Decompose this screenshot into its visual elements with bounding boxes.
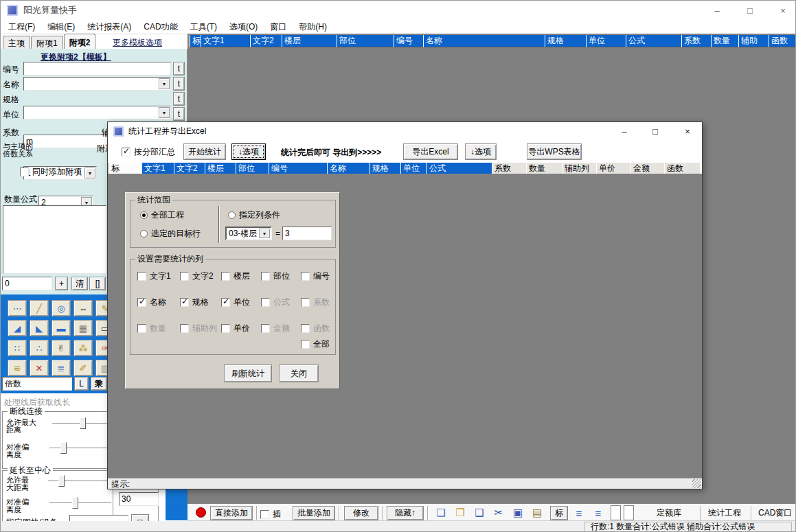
menu-item[interactable]: 工具(T) bbox=[184, 21, 223, 33]
code-t-button[interactable]: t bbox=[173, 62, 185, 76]
dialog-maximize-button[interactable]: □ bbox=[644, 122, 667, 140]
condition-column-combobox[interactable]: 03-楼层▼ bbox=[225, 227, 272, 240]
slider-thumb[interactable] bbox=[60, 442, 67, 454]
menu-item[interactable]: 统计报表(A) bbox=[81, 21, 137, 33]
extend-align-offset-slider[interactable] bbox=[49, 497, 111, 509]
biao-button[interactable]: 标 bbox=[550, 506, 568, 520]
menu-item[interactable]: 工程(F) bbox=[2, 21, 41, 33]
align-offset-slider[interactable] bbox=[49, 442, 111, 454]
insert-checkbox[interactable]: 插 bbox=[260, 509, 281, 520]
left-tab[interactable]: 附项1 bbox=[31, 36, 63, 49]
check-col-text1[interactable]: 文字1 bbox=[137, 270, 180, 282]
modify-button[interactable]: 修改 bbox=[344, 506, 378, 520]
empty-slot-button[interactable] bbox=[624, 505, 634, 520]
quantity-formula-textarea[interactable] bbox=[3, 205, 106, 274]
max-distance-slider[interactable] bbox=[52, 417, 111, 430]
check-col-formula[interactable]: 公式 bbox=[261, 297, 301, 308]
rect-measure-icon[interactable]: ▦ bbox=[73, 320, 93, 336]
extend-distance-input[interactable]: 30 bbox=[119, 492, 159, 506]
formula-counter-input[interactable]: 0 bbox=[2, 277, 52, 290]
record-icon[interactable] bbox=[196, 507, 206, 518]
extend-max-distance-slider[interactable] bbox=[48, 475, 110, 487]
copy-icon[interactable]: ▣ bbox=[510, 506, 525, 520]
count-dots-icon[interactable]: ∷ bbox=[8, 340, 27, 356]
scope-all-radio[interactable]: 全部工程 bbox=[140, 209, 184, 221]
formula-bracket-button[interactable]: [] bbox=[89, 277, 106, 290]
empty-slot-button[interactable] bbox=[611, 505, 621, 520]
chevron-down-icon[interactable]: ▼ bbox=[259, 229, 270, 238]
multiplier-l-button[interactable]: L bbox=[74, 377, 89, 391]
add-attachment-checkbox[interactable]: 同时添加附项 bbox=[20, 166, 82, 178]
spec-t-button[interactable]: t bbox=[173, 92, 185, 106]
menu-item[interactable]: CAD功能 bbox=[137, 21, 183, 33]
hide-button[interactable]: 隐藏↑ bbox=[387, 506, 424, 520]
code-input[interactable] bbox=[23, 62, 171, 76]
list-indent-icon[interactable]: ≡ bbox=[590, 506, 606, 520]
chevron-down-icon[interactable]: ▼ bbox=[84, 167, 95, 178]
slider-thumb[interactable] bbox=[80, 417, 86, 429]
options-button-2[interactable]: ↓选项 bbox=[465, 143, 497, 160]
batch-add-button[interactable]: 批量添加 bbox=[293, 506, 335, 520]
close-button[interactable]: × bbox=[771, 1, 795, 20]
check-all-checkbox[interactable]: 全部 bbox=[301, 338, 330, 350]
area-measure-alt-icon[interactable]: ◣ bbox=[30, 320, 49, 336]
formula-clear-button[interactable]: 清 bbox=[71, 277, 88, 290]
check-col-price[interactable]: 单价 bbox=[221, 323, 261, 334]
options-button-1[interactable]: ↓选项 bbox=[231, 143, 266, 160]
name-combobox[interactable]: ▼ bbox=[23, 77, 171, 91]
quota-lib-button[interactable]: 定额库 bbox=[657, 507, 681, 519]
menu-item[interactable]: 编辑(E) bbox=[41, 21, 81, 33]
list-icon[interactable]: ≡ bbox=[571, 506, 587, 520]
stat-project-button[interactable]: 统计工程 bbox=[708, 507, 741, 519]
measure-dashed-line-icon[interactable]: ⋯ bbox=[8, 300, 27, 316]
cad-window-button[interactable]: CAD窗口 bbox=[758, 507, 792, 519]
spec-combobox[interactable]: ▼ bbox=[23, 106, 171, 119]
resize-grip[interactable] bbox=[692, 479, 701, 488]
menu-item[interactable]: 选项(O) bbox=[223, 21, 264, 33]
count-zoom-icon[interactable]: ∴ bbox=[30, 340, 49, 356]
chevron-down-icon[interactable]: ▼ bbox=[159, 107, 170, 118]
name-t-button[interactable]: t bbox=[173, 77, 185, 91]
summary-checkbox[interactable]: 按分部汇总 bbox=[122, 146, 175, 158]
open-folder-icon[interactable]: ❐ bbox=[453, 506, 468, 520]
check-col-part[interactable]: 部位 bbox=[261, 270, 301, 282]
scope-selected-rows-radio[interactable]: 选定的目标行 bbox=[140, 228, 201, 240]
check-col-unit[interactable]: 单位 bbox=[221, 297, 261, 308]
layers-icon[interactable]: ≣ bbox=[52, 360, 71, 376]
area-measure-icon[interactable]: ◢ bbox=[8, 320, 27, 336]
start-statistics-button[interactable]: 开始统计 bbox=[183, 143, 226, 160]
left-tab[interactable]: 主项 bbox=[3, 36, 30, 49]
condition-value-input[interactable]: 3 bbox=[282, 227, 332, 240]
measure-zoom-icon[interactable]: ◎ bbox=[52, 300, 71, 316]
check-col-name[interactable]: 名称 bbox=[137, 297, 180, 308]
export-excel-button[interactable]: 导出Excel bbox=[403, 143, 458, 160]
check-col-amount[interactable]: 金额 bbox=[261, 323, 301, 334]
menu-item[interactable]: 窗口 bbox=[264, 21, 293, 33]
unit-t-button[interactable]: t bbox=[173, 107, 185, 121]
measure-dashed-ruler-icon[interactable]: ▬ bbox=[52, 320, 71, 336]
layers-extract-icon[interactable]: ≋ bbox=[8, 360, 27, 376]
minimize-button[interactable]: – bbox=[705, 1, 729, 20]
count-select-icon[interactable]: ✌ bbox=[52, 340, 71, 356]
direct-add-button[interactable]: 直接添加 bbox=[210, 506, 253, 520]
layers-delete-icon[interactable]: ✕ bbox=[30, 360, 49, 376]
dialog-close-button-2[interactable]: 关闭 bbox=[279, 365, 319, 382]
maximize-button[interactable]: □ bbox=[738, 1, 762, 20]
save-icon[interactable]: ❑ bbox=[472, 506, 487, 520]
text-width-icon[interactable]: ⇔ bbox=[73, 300, 93, 316]
new-file-icon[interactable]: ❏ bbox=[433, 506, 448, 520]
menu-item[interactable]: 帮助(H) bbox=[293, 21, 333, 33]
more-templates-link[interactable]: 更多模板选项 bbox=[113, 37, 162, 49]
check-col-code[interactable]: 编号 bbox=[301, 270, 341, 282]
slider-thumb[interactable] bbox=[58, 475, 65, 487]
dialog-close-button[interactable]: × bbox=[676, 122, 699, 140]
formula-plus-button[interactable]: + bbox=[55, 277, 68, 290]
scope-column-condition-radio[interactable]: 指定列条件 bbox=[228, 209, 280, 221]
multiplier-multiply-button[interactable]: 乘 bbox=[91, 377, 107, 391]
count-circles-icon[interactable]: ⁂ bbox=[73, 340, 93, 356]
text-pencil-icon[interactable]: ✐ bbox=[73, 360, 93, 376]
cut-icon[interactable]: ✂ bbox=[491, 506, 506, 520]
refresh-statistics-button[interactable]: 刷新统计 bbox=[224, 365, 272, 382]
check-col-aux[interactable]: 辅助列 bbox=[180, 323, 221, 334]
multiplier-input[interactable]: 倍数 bbox=[2, 377, 72, 391]
